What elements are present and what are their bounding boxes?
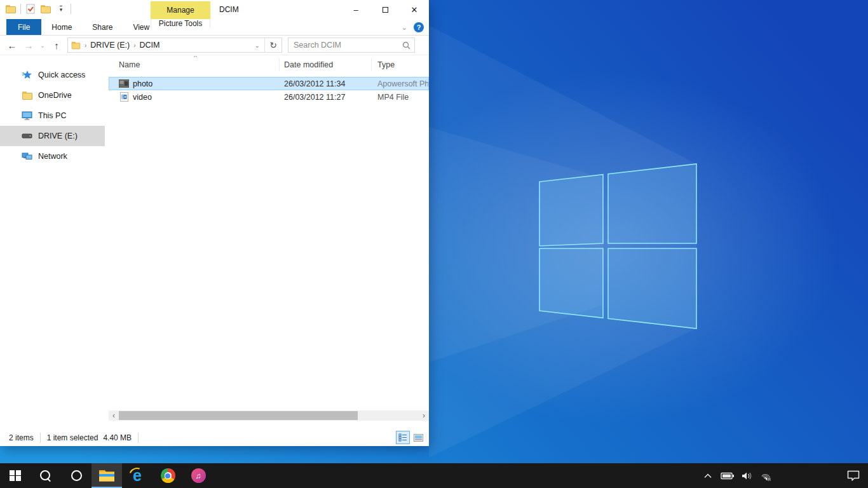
sidebar-item-label: OneDrive [38, 91, 72, 100]
search-icon [39, 470, 52, 482]
file-explorer-window: ▾ Manage DCIM – ✕ File Home Share View P… [0, 0, 429, 446]
quick-access-toolbar: ▾ [5, 3, 71, 15]
thumbnail-view-button[interactable] [411, 431, 425, 444]
column-header-type[interactable]: Type [372, 58, 429, 71]
forward-button[interactable]: → [20, 40, 37, 51]
sidebar-item-label: This PC [38, 111, 66, 120]
sidebar-item-this-pc[interactable]: This PC [0, 105, 109, 126]
file-row-photo[interactable]: photo 26/03/2012 11:34 Apowersoft Pho [109, 77, 429, 90]
column-header-date-modified[interactable]: Date modified [280, 58, 372, 71]
horizontal-scrollbar[interactable]: ‹ › [109, 410, 429, 421]
file-date-modified: 26/03/2012 11:27 [280, 93, 372, 102]
internet-explorer-button[interactable]: e [122, 463, 153, 488]
cortana-icon [71, 470, 82, 481]
wifi-icon[interactable]: * [760, 469, 774, 483]
search-input[interactable] [292, 40, 402, 50]
sort-ascending-icon: ^ [194, 56, 197, 61]
view-switcher [396, 431, 425, 444]
tab-picture-tools[interactable]: Picture Tools [151, 19, 210, 28]
tab-home[interactable]: Home [41, 19, 82, 35]
navigation-pane: Quick access OneDrive This PC DRIVE (E:) [0, 56, 109, 421]
status-divider [40, 433, 41, 443]
mp4-file-icon [119, 93, 129, 102]
up-button[interactable]: ↑ [48, 40, 65, 51]
status-divider [138, 433, 139, 443]
maximize-button[interactable] [370, 0, 400, 19]
back-button[interactable]: ← [4, 40, 20, 51]
sidebar-item-onedrive[interactable]: OneDrive [0, 85, 109, 105]
items-count: 2 items [9, 433, 34, 442]
this-pc-monitor-icon [22, 111, 32, 121]
search-icon [402, 41, 410, 50]
file-name: video [133, 93, 152, 102]
breadcrumb-drive[interactable]: DRIVE (E:) [90, 41, 130, 50]
close-button[interactable]: ✕ [400, 0, 429, 19]
onedrive-folder-icon [22, 90, 32, 101]
sidebar-item-label: DRIVE (E:) [38, 132, 78, 140]
file-name: photo [133, 79, 153, 88]
drive-icon [22, 131, 32, 142]
file-list-pane: ^ Name Date modified Type photo 26/03/20… [109, 56, 429, 421]
chrome-icon [161, 468, 175, 483]
file-row-video[interactable]: video 26/03/2012 11:27 MP4 File [109, 90, 429, 104]
address-bar-row: ← → ⌄ ↑ › DRIVE (E:) › DCIM ⌄ ↻ [0, 36, 429, 55]
caption-buttons: – ✕ [341, 0, 429, 19]
selection-size: 4.40 MB [103, 433, 132, 442]
hidden-icons-chevron[interactable] [701, 469, 715, 483]
taskbar: e ♫ * [0, 463, 868, 488]
sidebar-item-label: Quick access [38, 71, 85, 79]
new-folder-button[interactable] [40, 3, 51, 15]
file-type: MP4 File [372, 93, 428, 102]
breadcrumb-separator-icon: › [81, 42, 90, 49]
sidebar-item-quick-access[interactable]: Quick access [0, 65, 109, 85]
breadcrumb-separator-icon: › [130, 42, 139, 49]
scrollbar-track[interactable] [119, 410, 419, 421]
battery-icon[interactable] [721, 469, 735, 483]
details-view-icon [398, 433, 407, 442]
internet-explorer-icon: e [129, 468, 146, 484]
contextual-group-label: Manage [151, 1, 210, 19]
recent-locations-dropdown-icon[interactable]: ⌄ [37, 42, 48, 49]
start-button[interactable] [0, 463, 31, 488]
explorer-window-icon [5, 3, 17, 15]
thumbnail-view-icon [414, 434, 423, 442]
tab-file[interactable]: File [6, 19, 41, 35]
title-bar: ▾ Manage DCIM – ✕ [0, 0, 429, 19]
cortana-button[interactable] [61, 463, 92, 488]
customize-qat-button[interactable]: ▾ [55, 3, 67, 15]
main-area: Quick access OneDrive This PC DRIVE (E:) [0, 56, 429, 421]
scrollbar-thumb[interactable] [119, 411, 358, 420]
minimize-button[interactable]: – [341, 0, 370, 19]
taskbar-search-button[interactable] [31, 463, 61, 488]
file-rows: photo 26/03/2012 11:34 Apowersoft Pho vi… [109, 77, 429, 104]
help-button[interactable]: ? [414, 22, 424, 32]
scroll-left-icon[interactable]: ‹ [109, 410, 119, 421]
volume-icon[interactable] [740, 469, 754, 483]
details-view-button[interactable] [396, 431, 410, 444]
file-explorer-icon [98, 469, 115, 482]
collapse-ribbon-icon[interactable]: ⌄ [402, 24, 407, 32]
itunes-button[interactable]: ♫ [183, 463, 214, 488]
sidebar-item-label: Network [38, 152, 67, 161]
refresh-button[interactable]: ↻ [265, 40, 281, 50]
status-bar: 2 items 1 item selected 4.40 MB [0, 430, 429, 445]
selection-count: 1 item selected [47, 433, 98, 442]
address-dropdown-icon[interactable]: ⌄ [250, 42, 264, 49]
sidebar-item-network[interactable]: Network [0, 146, 109, 166]
action-center-icon[interactable] [846, 469, 860, 483]
sidebar-item-drive-e[interactable]: DRIVE (E:) [0, 126, 105, 146]
column-headers: ^ Name Date modified Type [109, 56, 429, 74]
search-box[interactable] [288, 37, 415, 53]
photo-thumbnail-icon [119, 79, 129, 88]
itunes-icon: ♫ [191, 468, 206, 483]
chrome-button[interactable] [153, 463, 183, 488]
tab-share[interactable]: Share [82, 19, 123, 35]
properties-button[interactable] [25, 3, 36, 15]
taskbar-file-explorer-button[interactable] [92, 463, 122, 488]
network-computers-icon [22, 151, 32, 162]
address-bar[interactable]: › DRIVE (E:) › DCIM ⌄ ↻ [67, 37, 282, 53]
scroll-right-icon[interactable]: › [419, 410, 429, 421]
file-date-modified: 26/03/2012 11:34 [280, 79, 372, 88]
breadcrumb-dcim[interactable]: DCIM [140, 41, 160, 50]
file-type: Apowersoft Pho [372, 79, 428, 88]
